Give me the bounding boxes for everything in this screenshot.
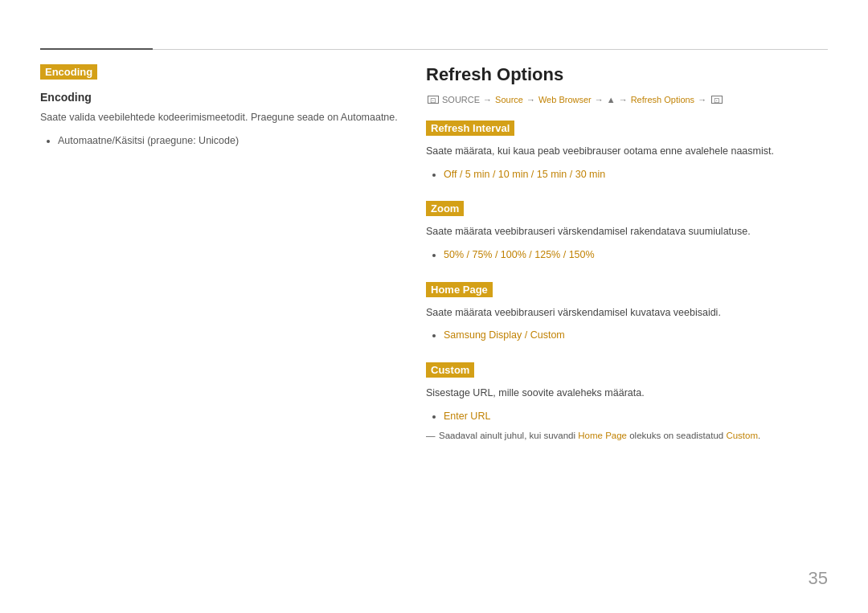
bc-arrow-2: → <box>526 95 535 104</box>
custom-section: Custom Sisestage URL, mille soovite aval… <box>426 362 828 443</box>
encoding-title: Encoding <box>40 91 410 104</box>
note-link2: Custom <box>726 431 758 440</box>
refresh-options-title: Refresh Options <box>426 64 828 85</box>
breadcrumb: ⊡ SOURCE → Source → Web Browser → ▲ → Re… <box>426 95 828 104</box>
custom-desc: Sisestage URL, mille soovite avaleheks m… <box>426 386 828 401</box>
home-page-desc: Saate määrata veebibrauseri värskendamis… <box>426 305 828 321</box>
bc-arrow-5: → <box>698 95 706 104</box>
home-page-badge: Home Page <box>426 282 493 297</box>
encoding-list-item: Automaatne/Käsitsi (praegune: Unicode) <box>58 132 410 150</box>
bc-arrow-3: → <box>595 95 604 104</box>
refresh-interval-options: Off / 5 min / 10 min / 15 min / 30 min <box>444 166 828 184</box>
divider-right <box>153 49 828 50</box>
note-prefix: Saadaval ainult juhul, kui suvandi <box>439 431 578 440</box>
encoding-description: Saate valida veebilehtede kodeerimismeet… <box>40 110 410 125</box>
page-number: 35 <box>809 568 828 589</box>
home-page-section: Home Page Saate määrata veebibrauseri vä… <box>426 282 828 345</box>
encoding-badge: Encoding <box>40 64 97 80</box>
refresh-interval-values: Off / 5 min / 10 min / 15 min / 30 min <box>444 169 605 180</box>
bc-source-label: SOURCE <box>442 95 480 104</box>
zoom-badge: Zoom <box>426 201 464 216</box>
left-column: Encoding Encoding Saate valida veebileht… <box>40 48 410 581</box>
bc-web-browser: Web Browser <box>538 95 592 104</box>
refresh-interval-desc: Saate määrata, kui kaua peab veebibrause… <box>426 144 828 159</box>
right-column: Refresh Options ⊡ SOURCE → Source → Web … <box>410 48 828 581</box>
zoom-section: Zoom Saate määrata veebibrauseri värsken… <box>426 201 828 264</box>
custom-note: Saadaval ainult juhul, kui suvandi Home … <box>426 428 828 443</box>
custom-options: Enter URL <box>444 407 828 426</box>
home-page-list: Samsung Display / Custom <box>426 326 828 345</box>
home-page-options: Samsung Display / Custom <box>444 326 828 345</box>
bc-end-icon: ⊡ <box>711 96 723 104</box>
custom-enter-url: Enter URL <box>444 411 490 422</box>
divider-left <box>40 48 153 50</box>
note-link1: Home Page <box>578 431 627 440</box>
bc-arrow-4: → <box>619 95 628 104</box>
zoom-values: 50% / 75% / 100% / 125% / 150% <box>444 249 595 260</box>
note-middle: olekuks on seadistatud <box>627 431 726 440</box>
top-dividers <box>40 48 828 50</box>
custom-badge: Custom <box>426 362 474 378</box>
bc-refresh-options: Refresh Options <box>631 95 694 104</box>
encoding-list: Automaatne/Käsitsi (praegune: Unicode) <box>40 132 410 150</box>
zoom-desc: Saate määrata veebibrauseri värskendamis… <box>426 224 828 239</box>
custom-list: Enter URL <box>426 407 828 426</box>
zoom-options: 50% / 75% / 100% / 125% / 150% <box>444 246 828 264</box>
refresh-interval-section: Refresh Interval Saate määrata, kui kaua… <box>426 121 828 183</box>
source-icon: ⊡ <box>428 96 439 104</box>
bc-triangle: ▲ <box>607 95 616 104</box>
refresh-interval-badge: Refresh Interval <box>426 121 514 136</box>
zoom-list: 50% / 75% / 100% / 125% / 150% <box>426 246 828 264</box>
note-suffix: . <box>758 431 760 440</box>
bc-source: Source <box>495 95 523 104</box>
home-page-values: Samsung Display / Custom <box>444 329 565 341</box>
refresh-interval-list: Off / 5 min / 10 min / 15 min / 30 min <box>426 166 828 184</box>
bc-arrow-1: → <box>483 95 492 104</box>
